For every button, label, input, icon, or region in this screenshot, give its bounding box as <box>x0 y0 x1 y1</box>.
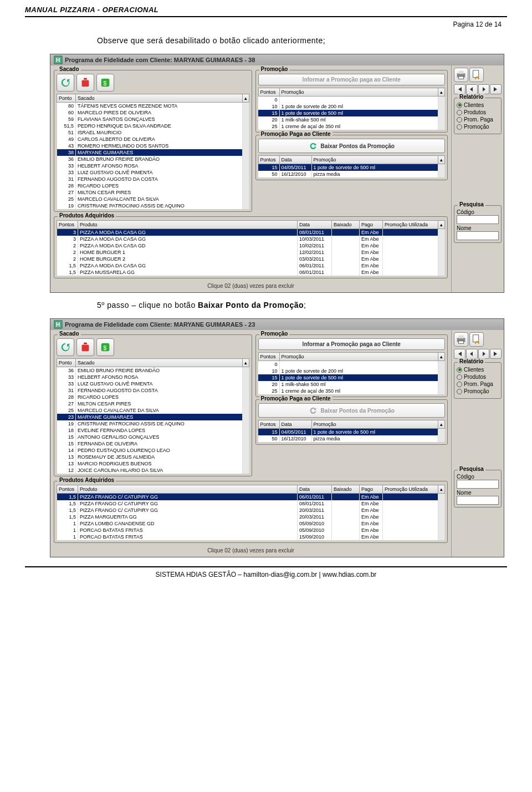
table-row[interactable]: 15ANTONIO GERALISO GONÇALVES <box>57 434 249 440</box>
last-button[interactable] <box>490 349 502 359</box>
table-row[interactable]: 2HOME BURGUER 203/03/2011Em Abe <box>57 256 445 262</box>
prev-button[interactable] <box>466 349 478 359</box>
col-pontos[interactable]: Pontos <box>258 353 279 361</box>
col-data[interactable]: Data <box>279 156 311 164</box>
col-promocao[interactable]: Promoção <box>311 420 438 429</box>
prev-button[interactable] <box>466 84 478 94</box>
col-pontos[interactable]: Pontos <box>57 221 78 229</box>
table-row[interactable]: 1504/05/20111 pote de sorvete de 500 ml <box>258 164 445 171</box>
col-pontos[interactable]: Pontos <box>258 420 279 429</box>
last-button[interactable] <box>490 84 502 94</box>
table-row[interactable]: 1PIZZA LOMBO CANADENSE GD05/09/2010Em Ab… <box>57 520 445 527</box>
table-row[interactable]: 25MARCELO CAVALCANTE DA SILVA <box>57 196 249 202</box>
radio-produtos[interactable]: Produtos <box>457 109 499 116</box>
table-row[interactable]: 43ROMERO HERMELINDO DOS SANTOS <box>57 143 249 149</box>
table-row[interactable]: 5016/12/2010pizza media <box>258 171 445 177</box>
table-row[interactable]: 31FERNANDO AUGOSTO DA COSTA <box>57 387 249 394</box>
table-row[interactable]: 18EVELINE FERNANDA LOPES <box>57 427 249 434</box>
col-ponto[interactable]: Ponto <box>57 94 76 103</box>
sacado-table[interactable]: Ponto Sacado ▴ 36EMILIO BRUNO FREIRE BRA… <box>57 358 249 474</box>
table-row[interactable]: 13MARCIO RODRIGUES BUENOS <box>57 460 249 467</box>
radio-prom-paga[interactable]: Prom. Paga <box>457 116 499 123</box>
first-button[interactable] <box>454 349 466 359</box>
col-sacado[interactable]: Sacado <box>76 359 243 367</box>
table-row[interactable]: 27MILTON CESAR PIRES <box>57 400 249 407</box>
table-row[interactable]: 31FERNANDO AUGOSTO DA COSTA <box>57 176 249 182</box>
table-row[interactable]: 33LUIZ GUSTAVO OLIVÊ PIMENTA <box>57 169 249 176</box>
table-row[interactable]: 151 pote de sorvete de 500 ml <box>258 374 445 381</box>
table-row[interactable]: 1,5PIZZA A MODA DA CASA GG06/01/2011Em A… <box>57 262 445 269</box>
col-pago[interactable]: Pago <box>360 485 383 494</box>
col-data[interactable]: Data <box>279 420 311 429</box>
col-promocao[interactable]: Promoção <box>311 156 438 164</box>
table-row[interactable]: 14PEDRO EUSTAQUIO LOURENÇO LEAO <box>57 447 249 454</box>
table-row[interactable]: 0 <box>258 361 445 368</box>
nome-input[interactable] <box>457 496 499 505</box>
table-row[interactable]: 33HELBERT AFONSO ROSA <box>57 163 249 169</box>
next-button[interactable] <box>478 349 490 359</box>
table-row[interactable]: 3PIZZA A MODA DA CASA GG10/03/2011Em Abe <box>57 236 445 242</box>
table-row[interactable]: 1,5PIZZA MARGUERITA GG20/03/2011Em Abe <box>57 514 445 520</box>
paga-table[interactable]: Pontos Data Promoção ▴ 1504/05/20111 pot… <box>258 420 446 442</box>
table-row[interactable]: 151 pote de sorvete de 500 ml <box>258 110 445 116</box>
produtos-table[interactable]: Pontos Produto Data Baixado Pago Promoçã… <box>57 220 445 276</box>
radio-clientes[interactable]: Clientes <box>457 366 499 373</box>
baixar-pontos-button[interactable]: Baixar Pontos da Promoção <box>258 403 446 418</box>
table-row[interactable]: 101 pote de sorvete de 200 ml <box>258 103 445 110</box>
scroll-up-icon[interactable]: ▴ <box>438 156 445 164</box>
table-row[interactable]: 101 pote de sorvete de 200 ml <box>258 368 445 374</box>
col-promocao[interactable]: Promoção <box>279 88 438 97</box>
table-row[interactable]: 80TÁFENIS NEVES GOMES REZENDE MOTA <box>57 103 249 110</box>
print-button[interactable] <box>454 332 468 347</box>
paga-table[interactable]: Pontos Data Promoção ▴ 1504/05/20111 pot… <box>258 155 446 177</box>
table-row[interactable]: 38MARYANE GUIMARAES <box>57 149 249 156</box>
table-row[interactable]: 28RICARDO LOPES <box>57 182 249 189</box>
col-pago[interactable]: Pago <box>360 221 383 229</box>
col-baixado[interactable]: Baixado <box>332 221 360 229</box>
col-ponto[interactable]: Ponto <box>57 359 76 367</box>
table-row[interactable]: 2HOME BURGUER 112/02/2011Em Abe <box>57 249 445 256</box>
table-row[interactable]: 28RICARDO LOPES <box>57 394 249 400</box>
first-button[interactable] <box>454 84 466 94</box>
radio-clientes[interactable]: Clientes <box>457 101 499 109</box>
table-row[interactable]: 2PIZZA A MODA DA CASA GD10/02/2011Em Abe <box>57 242 445 249</box>
table-row[interactable]: 201 milk-shake 500 ml <box>258 116 445 123</box>
table-row[interactable]: 0 <box>258 97 445 104</box>
informar-promocao-button[interactable]: Informar a Promoção paga ao Cliente <box>258 338 446 350</box>
table-row[interactable]: 33LUIZ GUSTAVO OLIVÊ PIMENTA <box>57 380 249 387</box>
col-data[interactable]: Data <box>298 485 332 494</box>
table-row[interactable]: 36EMILIO BRUNO FREIRE BRANDÃO <box>57 156 249 163</box>
produtos-table[interactable]: Pontos Produto Data Baixado Pago Promoçã… <box>57 485 445 540</box>
table-row[interactable]: 3PIZZA A MODA DA CASA GG08/01/2011Em Abe <box>57 229 445 236</box>
radio-prom-paga[interactable]: Prom. Paga <box>457 380 499 388</box>
table-row[interactable]: 1,5PIZZA MUSSARELA GG08/01/2011Em Abe <box>57 269 445 276</box>
refresh-button[interactable] <box>57 338 74 356</box>
col-promocao[interactable]: Promoção <box>279 353 438 361</box>
col-produto[interactable]: Produto <box>78 221 298 229</box>
table-row[interactable]: 13ROSEMAUY DE JESUS ALMEIDA <box>57 454 249 460</box>
table-row[interactable]: 27MILTON CESAR PIRES <box>57 189 249 196</box>
table-row[interactable]: 23MARYANE GUIMARAES <box>57 414 249 420</box>
col-pontos[interactable]: Pontos <box>258 156 279 164</box>
delete-button[interactable] <box>76 74 94 92</box>
col-data[interactable]: Data <box>298 221 332 229</box>
scroll-up-icon[interactable]: ▴ <box>438 88 445 97</box>
table-row[interactable]: 1,5PIZZA FRANGO C/ CATUPIRY GG06/01/2011… <box>57 494 445 501</box>
table-row[interactable]: 36EMILIO BRUNO FREIRE BRANDÃO <box>57 367 249 374</box>
nome-input[interactable] <box>457 231 499 240</box>
baixar-pontos-button[interactable]: Baixar Pontos da Promoção <box>258 139 446 153</box>
table-row[interactable]: 33HELBERT AFONSO ROSA <box>57 374 249 380</box>
scroll-up-icon[interactable]: ▴ <box>438 420 445 429</box>
col-promo-util[interactable]: Promoção Utilizada <box>383 221 438 229</box>
table-row[interactable]: 1,5PIZZA FRANGO C/ CATUPIRY GG08/01/2011… <box>57 500 445 507</box>
export-button[interactable] <box>469 68 484 82</box>
table-row[interactable]: 59FLAVIANA SANTOS GONÇALVES <box>57 116 249 123</box>
scroll-up-icon[interactable]: ▴ <box>242 359 249 367</box>
table-row[interactable]: 25MARCELO CAVALCANTE DA SILVA <box>57 407 249 414</box>
delete-button[interactable] <box>76 338 94 356</box>
scroll-up-icon[interactable]: ▴ <box>242 94 249 103</box>
radio-produtos[interactable]: Produtos <box>457 373 499 380</box>
sacado-table[interactable]: Ponto Sacado ▴ 80TÁFENIS NEVES GOMES REZ… <box>57 94 249 209</box>
codigo-input[interactable] <box>457 480 499 489</box>
table-row[interactable]: 1504/05/20111 pote de sorvete de 500 ml <box>258 429 445 436</box>
